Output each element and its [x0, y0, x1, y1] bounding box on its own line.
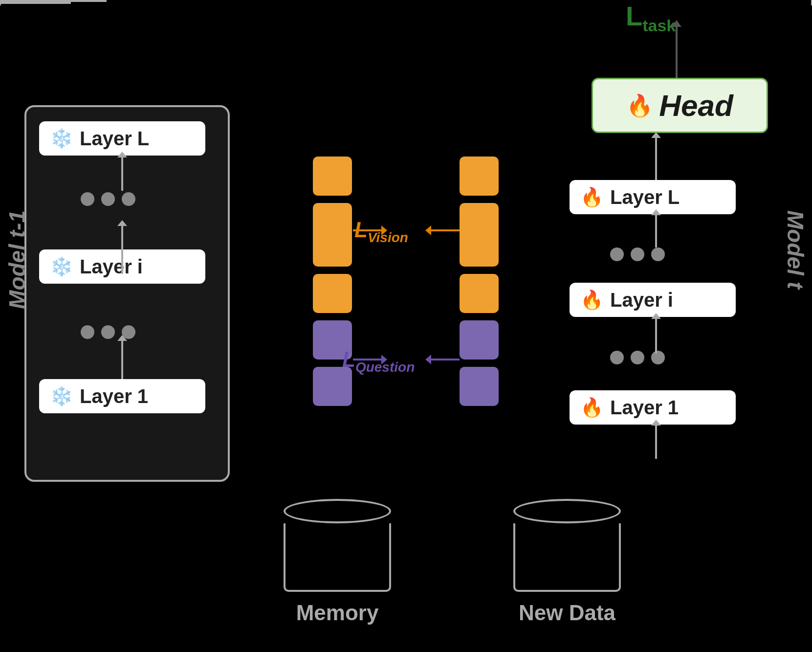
arrow-rm-v1 — [655, 425, 657, 459]
orange-block-right-top — [460, 157, 499, 196]
cyl-top-memory — [284, 499, 391, 523]
dot — [651, 247, 665, 261]
orange-block-left-top — [313, 157, 352, 196]
purple-block-right-bot — [460, 367, 499, 406]
model-t-label: Model t — [782, 210, 809, 289]
l-task-label: Ltask — [626, 0, 676, 35]
dot — [631, 247, 644, 261]
dot — [610, 247, 624, 261]
cyl-body-memory — [284, 523, 391, 592]
arrow-orange-right — [430, 229, 460, 231]
fire-icon-right-L: 🔥 — [580, 186, 603, 208]
dot — [651, 351, 665, 364]
head-box: 🔥 Head — [592, 78, 768, 133]
orange-block-right-bot — [460, 274, 499, 313]
arrow-lm-v1 — [121, 340, 123, 379]
orange-block-left-bot — [313, 274, 352, 313]
fire-icon-right-1: 🔥 — [580, 397, 603, 418]
right-dots-upper — [610, 247, 665, 261]
model-left-box — [24, 105, 230, 482]
cyl-body-newdata — [513, 523, 621, 592]
memory-cylinder: Memory — [284, 499, 391, 625]
dot — [101, 325, 115, 339]
arrow-lm-v3 — [121, 157, 123, 191]
diagram-container: Ltask 🔥 Head Model t-1 Model t ❄️ Layer … — [0, 0, 812, 652]
left-dots-upper — [81, 192, 135, 206]
new-data-cylinder: New Data — [513, 499, 621, 625]
model-t1-label: Model t-1 — [4, 210, 30, 309]
arrow-lm-v2 — [121, 225, 123, 274]
left-layer-L: ❄️ Layer L — [39, 121, 205, 156]
orange-block-right-mid — [460, 203, 499, 267]
left-dots-lower — [81, 325, 135, 339]
l-question-label: LQuestion — [342, 347, 415, 375]
arrow-right-orange-to-model — [0, 2, 71, 4]
fire-icon-right-i: 🔥 — [580, 289, 603, 311]
new-data-label: New Data — [519, 601, 615, 625]
arrow-rm-v2 — [655, 318, 657, 354]
arrow-right-to-head — [655, 137, 657, 180]
orange-block-left-mid — [313, 203, 352, 267]
arrow-up-head — [676, 27, 678, 78]
arrow-orange-left — [353, 229, 382, 231]
snowflake-icon-left-L: ❄️ — [50, 128, 73, 149]
dot — [81, 325, 94, 339]
dot — [631, 351, 644, 364]
purple-block-right-top — [460, 320, 499, 360]
fire-icon-head: 🔥 — [626, 93, 653, 118]
arrow-rm-v3 — [655, 214, 657, 247]
dot — [81, 192, 94, 206]
head-label: Head — [659, 88, 733, 123]
snowflake-icon-left-1: ❄️ — [50, 385, 73, 407]
arrow-purple-right — [430, 359, 460, 360]
left-layer-1: ❄️ Layer 1 — [39, 379, 205, 413]
memory-label: Memory — [296, 601, 379, 625]
cyl-top-newdata — [513, 499, 621, 523]
dot — [122, 192, 135, 206]
dot — [101, 192, 115, 206]
snowflake-icon-left-i: ❄️ — [50, 256, 73, 277]
dot — [610, 351, 624, 364]
right-layer-i: 🔥 Layer i — [570, 283, 736, 317]
arrow-purple-left — [353, 359, 382, 360]
